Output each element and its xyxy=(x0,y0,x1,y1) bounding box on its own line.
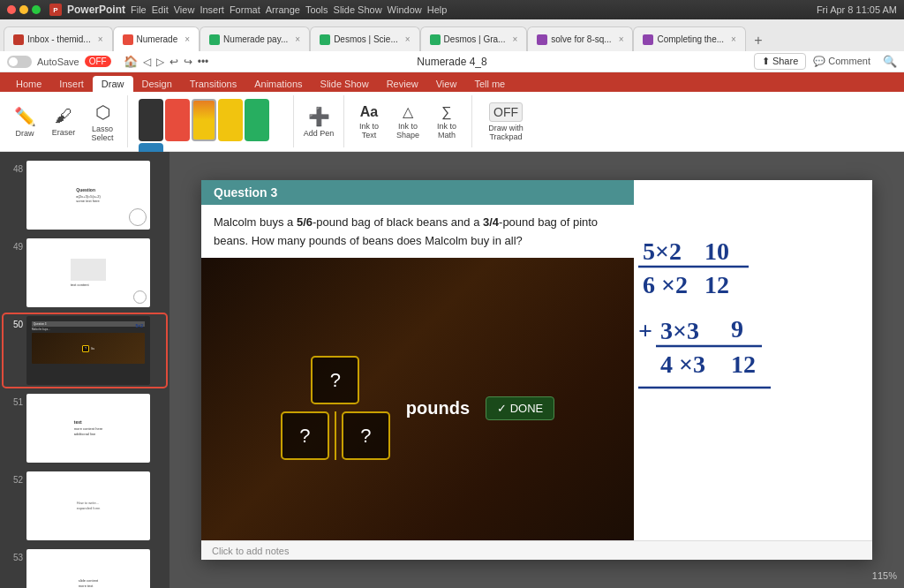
pen-orange[interactable] xyxy=(192,99,216,141)
autosave-bar: AutoSave OFF 🏠 ◁ ▷ ↩ ↪ ••• Numerade 4_8 … xyxy=(0,51,904,72)
svg-text:10: 10 xyxy=(704,237,729,265)
add-pen-tool[interactable]: ➕ Add Pen xyxy=(301,97,336,147)
eraser-icon: 🖌 xyxy=(55,106,72,126)
tab-label-solve: solve for 8-sq... xyxy=(551,34,611,44)
tab-design[interactable]: Design xyxy=(133,76,181,92)
share-button[interactable]: ⬆ Share xyxy=(754,53,806,70)
tab-close-inbox[interactable]: × xyxy=(98,34,103,44)
tab-numerade[interactable]: Numerade × xyxy=(113,26,200,51)
svg-text:6  ×2: 6 ×2 xyxy=(643,271,688,298)
tab-close-numerade[interactable]: × xyxy=(185,34,190,44)
slide-51[interactable]: 51 text more content here additional lin… xyxy=(4,392,166,464)
tab-review[interactable]: Review xyxy=(378,76,427,92)
slide-52[interactable]: 52 How to write... expanded form xyxy=(4,470,166,542)
comment-button[interactable]: 💬 Comment xyxy=(813,56,870,67)
tab-animations[interactable]: Animations xyxy=(245,76,311,92)
search-icon[interactable]: 🔍 xyxy=(883,55,897,68)
autosave-toggle[interactable] xyxy=(7,56,32,68)
fraction-box-right[interactable]: ? xyxy=(342,411,390,460)
slide-content-51: text more content here additional line xyxy=(26,394,150,463)
menu-format[interactable]: Format xyxy=(230,4,260,15)
tab-transitions[interactable]: Transitions xyxy=(181,76,245,92)
toggle-knob xyxy=(9,57,18,66)
tab-view[interactable]: View xyxy=(427,76,466,92)
menu-window[interactable]: Window xyxy=(388,4,422,15)
ribbon-tabs: Home Insert Draw Design Transitions Anim… xyxy=(0,72,904,92)
tab-label-desmos-graph: Desmos | Gra... xyxy=(444,34,506,44)
back-icon[interactable]: ◁ xyxy=(143,56,151,68)
tab-draw[interactable]: Draw xyxy=(93,76,133,92)
tab-tellme[interactable]: Tell me xyxy=(465,76,514,92)
app-window: AutoSave OFF 🏠 ◁ ▷ ↩ ↪ ••• Numerade 4_8 … xyxy=(0,51,904,588)
title-bar: P PowerPoint File Edit View Insert Forma… xyxy=(0,0,904,19)
slide-48[interactable]: 48 Question a(2x+3)=5(x+2) some text her… xyxy=(4,159,166,231)
tab-desmos-graph[interactable]: Desmos | Gra... × xyxy=(420,26,528,51)
tab-close-desmos-sci[interactable]: × xyxy=(405,34,411,44)
menu-arrange[interactable]: Arrange xyxy=(266,4,300,15)
undo-icon[interactable]: ↩ xyxy=(170,56,178,68)
new-tab-button[interactable]: + xyxy=(748,30,769,51)
datetime: Fri Apr 8 11:05 AM xyxy=(817,4,897,15)
fraction-box-top[interactable]: ? xyxy=(311,356,359,404)
tab-close-desmos-graph[interactable]: × xyxy=(512,34,517,44)
slide-50[interactable]: 50 Question 3 Malcolm buys... ? lbs 5×2 xyxy=(4,314,166,387)
menu-view[interactable]: View xyxy=(174,4,195,15)
slide-49[interactable]: 49 text content xyxy=(4,237,166,309)
tab-close-completing[interactable]: × xyxy=(731,34,736,44)
fraction-box-left[interactable]: ? xyxy=(281,411,329,460)
lasso-tool[interactable]: ⬡ LassoSelect xyxy=(85,97,120,147)
tab-numerade-pay[interactable]: Numerade pay... × xyxy=(200,26,310,51)
tab-solve[interactable]: solve for 8-sq... × xyxy=(527,26,633,51)
tab-completing[interactable]: Completing the... × xyxy=(633,26,745,51)
home-icon[interactable]: 🏠 xyxy=(124,55,138,68)
menu-slideshow[interactable]: Slide Show xyxy=(334,4,382,15)
redo-icon[interactable]: ↪ xyxy=(184,56,192,68)
question-header: Question 3 xyxy=(201,180,634,205)
slide-panel: 48 Question a(2x+3)=5(x+2) some text her… xyxy=(0,152,170,588)
browser-tab-bar: Inbox - themid... × Numerade × Numerade … xyxy=(0,19,904,51)
pen-green[interactable] xyxy=(245,99,269,141)
tab-close-numerade-pay[interactable]: × xyxy=(295,34,300,44)
pen-black[interactable] xyxy=(139,99,163,141)
menu-help[interactable]: Help xyxy=(427,4,448,15)
menu-edit[interactable]: Edit xyxy=(152,4,169,15)
math-section: 5×2 10 6 ×2 12 + 3×3 9 xyxy=(634,224,855,498)
minimize-btn[interactable] xyxy=(19,5,28,14)
notes-placeholder[interactable]: Click to add notes xyxy=(212,546,289,556)
menu-insert[interactable]: Insert xyxy=(200,4,224,15)
ink-to-math-tool[interactable]: ∑ Ink to Math xyxy=(429,97,464,147)
ink-tools-group: Aa Ink to Text △ Ink to Shape ∑ Ink to M… xyxy=(351,95,472,147)
slide-53[interactable]: 53 slide content more text xyxy=(4,547,166,588)
tab-favicon-desmos-sci xyxy=(320,34,330,45)
draw-tool[interactable]: ✏️ Draw xyxy=(7,97,42,147)
slide-content-50: Question 3 Malcolm buys... ? lbs 5×2 xyxy=(26,316,150,385)
tab-favicon-completing xyxy=(643,34,653,45)
done-button[interactable]: ✓ DONE xyxy=(486,396,554,420)
tab-inbox[interactable]: Inbox - themid... × xyxy=(4,26,113,51)
more-options-icon[interactable]: ••• xyxy=(198,56,209,68)
menu-tools[interactable]: Tools xyxy=(305,4,328,15)
autosave-label: AutoSave xyxy=(37,57,79,67)
tab-home[interactable]: Home xyxy=(7,76,50,92)
lasso-icon: ⬡ xyxy=(95,102,110,123)
draw-trackpad-tool[interactable]: OFF Draw withTrackpad xyxy=(479,97,532,147)
eraser-tool[interactable]: 🖌 Eraser xyxy=(46,97,81,147)
ink-to-shape-tool[interactable]: △ Ink to Shape xyxy=(390,97,426,147)
tab-slideshow[interactable]: Slide Show xyxy=(312,76,378,92)
tab-close-solve[interactable]: × xyxy=(619,34,624,44)
slide-num-52: 52 xyxy=(5,471,23,485)
slide-content-49: text content xyxy=(26,238,150,307)
menu-file[interactable]: File xyxy=(131,4,147,15)
pen-yellow[interactable] xyxy=(218,99,243,141)
close-btn[interactable] xyxy=(7,5,16,14)
pen-red[interactable] xyxy=(165,99,190,141)
slide-content-52: How to write... expanded form xyxy=(26,471,150,540)
forward-icon[interactable]: ▷ xyxy=(156,56,164,68)
slide-preview-48: Question a(2x+3)=5(x+2) some text here xyxy=(26,161,150,230)
tab-desmos-sci[interactable]: Desmos | Scie... × xyxy=(310,26,419,51)
slide-content-53: slide content more text xyxy=(26,549,150,588)
tab-insert[interactable]: Insert xyxy=(50,76,93,92)
ink-text-icon: Aa xyxy=(360,104,378,120)
ink-to-text-tool[interactable]: Aa Ink to Text xyxy=(351,97,387,147)
maximize-btn[interactable] xyxy=(32,5,41,14)
